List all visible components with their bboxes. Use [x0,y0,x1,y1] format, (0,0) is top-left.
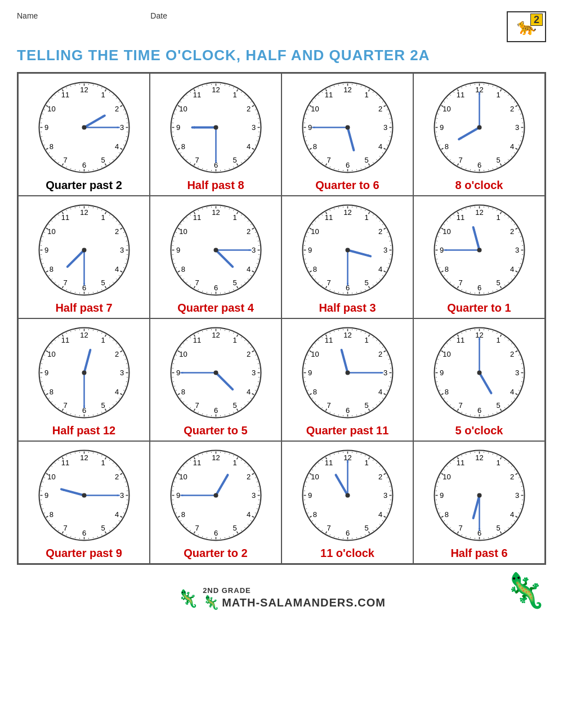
svg-text:11: 11 [61,91,69,99]
footer-logo: 🦎 2ND GRADE 🦎 MATH-SALAMANDERS.COM [177,586,386,610]
svg-text:6: 6 [82,161,86,169]
clock-label: Quarter to 6 [315,179,379,192]
svg-point-623 [477,248,481,253]
svg-text:2: 2 [114,227,118,236]
clock-svg: 121234567891011 [430,323,529,422]
svg-text:4: 4 [114,142,118,151]
svg-text:5: 5 [233,156,236,164]
svg-text:10: 10 [443,105,450,113]
logo-box: 2 🐆 [507,11,546,42]
clock-cell: 121234567891011Quarter to 6 [282,73,413,196]
svg-text:8: 8 [49,265,53,273]
clock-svg: 121234567891011 [430,201,529,299]
svg-text:6: 6 [477,284,481,292]
svg-text:4: 4 [246,510,250,519]
svg-point-77 [82,125,86,130]
svg-text:3: 3 [383,123,387,132]
svg-text:12: 12 [80,208,88,217]
clock-svg: 121234567891011 [430,78,529,177]
svg-text:4: 4 [510,510,513,519]
svg-text:10: 10 [311,105,319,113]
clock-label: Quarter to 2 [184,547,247,560]
svg-text:5: 5 [101,524,105,532]
svg-text:2: 2 [114,105,118,113]
svg-text:8: 8 [181,265,185,273]
svg-text:5: 5 [233,524,236,532]
svg-text:9: 9 [176,491,180,500]
name-date: Name Date [17,11,167,20]
svg-point-233 [345,125,350,130]
svg-text:2: 2 [114,473,118,481]
clock-cell: 121234567891011Half past 8 [150,73,282,196]
svg-point-701 [82,371,86,375]
svg-text:1: 1 [101,459,105,467]
logo-number: 2 [530,14,543,26]
svg-text:11: 11 [456,91,464,99]
clock-svg: 121234567891011 [167,201,265,299]
clock-cell: 121234567891011Quarter to 1 [413,196,545,318]
svg-text:3: 3 [119,246,123,254]
svg-text:9: 9 [176,123,180,132]
svg-text:12: 12 [475,453,483,462]
svg-point-779 [213,371,218,375]
svg-point-467 [213,248,218,253]
clock-label: Quarter past 2 [46,179,122,192]
svg-text:7: 7 [63,156,67,164]
svg-point-1091 [213,493,218,498]
page-title: TELLING THE TIME O'CLOCK, HALF AND QUART… [17,47,546,64]
svg-text:4: 4 [378,388,382,396]
svg-text:2: 2 [246,473,250,481]
svg-text:1: 1 [233,459,236,467]
date-label: Date [150,11,167,20]
svg-text:4: 4 [510,388,513,396]
svg-text:5: 5 [496,278,500,287]
clock-cell: 121234567891011Half past 3 [282,196,413,318]
svg-point-1013 [82,493,86,498]
svg-text:10: 10 [47,227,55,236]
svg-text:8: 8 [312,510,316,519]
svg-text:6: 6 [213,284,217,292]
svg-text:11: 11 [324,459,332,467]
clock-grid: 121234567891011Quarter past 212123456789… [17,72,546,565]
svg-text:8: 8 [49,388,53,396]
svg-text:4: 4 [246,388,250,396]
svg-text:10: 10 [311,473,319,481]
svg-text:1: 1 [364,91,368,99]
svg-text:4: 4 [114,388,118,396]
svg-text:8: 8 [312,142,316,151]
svg-text:5: 5 [364,401,368,410]
svg-text:7: 7 [195,278,199,287]
svg-text:8: 8 [444,265,448,273]
svg-text:5: 5 [101,156,105,164]
svg-point-935 [477,371,481,375]
svg-text:1: 1 [496,459,500,467]
svg-text:10: 10 [179,105,187,113]
svg-text:11: 11 [324,336,332,344]
clock-cell: 121234567891011Quarter past 9 [18,441,150,564]
svg-text:10: 10 [47,105,55,113]
svg-text:1: 1 [364,336,368,344]
svg-text:9: 9 [176,369,180,377]
clock-svg: 121234567891011 [35,201,133,299]
svg-text:11: 11 [193,213,200,222]
footer: 🦎 2ND GRADE 🦎 MATH-SALAMANDERS.COM [177,586,386,610]
svg-text:8: 8 [444,388,448,396]
grade-text: 2ND GRADE [203,586,386,595]
svg-text:11: 11 [193,336,200,344]
svg-text:3: 3 [383,491,387,500]
svg-text:10: 10 [179,350,187,358]
svg-text:8: 8 [444,510,448,519]
svg-text:9: 9 [307,246,311,254]
svg-text:2: 2 [510,350,513,358]
svg-text:10: 10 [311,350,319,358]
svg-text:9: 9 [44,491,48,500]
site-text: MATH-SALAMANDERS.COM [222,596,386,609]
svg-text:12: 12 [343,86,351,94]
svg-point-857 [345,371,350,375]
svg-text:8: 8 [49,510,53,519]
svg-text:4: 4 [510,265,513,273]
svg-text:8: 8 [312,388,316,396]
svg-text:9: 9 [307,123,311,132]
svg-text:5: 5 [233,278,236,287]
svg-text:7: 7 [63,278,67,287]
